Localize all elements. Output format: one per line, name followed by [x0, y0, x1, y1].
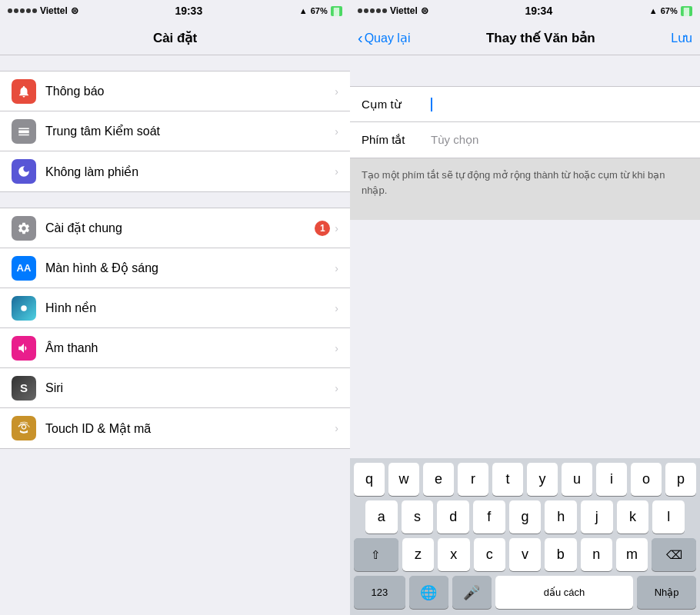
back-chevron-icon: ‹ — [358, 29, 363, 47]
wifi-icon: ⊜ — [71, 5, 78, 16]
left-panel: Viettel ⊜ 19:33 ▲ 67% ▓ Cài đặt Thông bá… — [0, 0, 350, 615]
key-v[interactable]: v — [509, 538, 541, 571]
right-panel: Viettel ⊜ 19:34 ▲ 67% ▓ ‹ Quay lại Thay … — [350, 0, 700, 615]
key-r[interactable]: r — [458, 463, 488, 496]
manhinh-icon: AA — [12, 256, 36, 281]
thongbao-icon — [12, 79, 36, 104]
key-delete[interactable]: ⌫ — [652, 538, 696, 571]
key-h[interactable]: h — [545, 500, 577, 534]
key-j[interactable]: j — [581, 500, 613, 534]
settings-group-1: Thông báo › Trung tâm Kiểm soát › Không … — [0, 71, 350, 192]
key-b[interactable]: b — [545, 538, 576, 571]
left-status-bar: Viettel ⊜ 19:33 ▲ 67% ▓ — [0, 0, 350, 22]
phim-tat-value: Tùy chọn — [431, 133, 478, 147]
khongphien-icon — [12, 159, 36, 184]
left-nav-title: Cài đặt — [153, 30, 197, 46]
right-battery: 67% — [661, 6, 678, 15]
left-time: 19:33 — [175, 5, 202, 17]
caidatchung-badge: 1 — [315, 221, 330, 236]
back-label: Quay lại — [365, 31, 411, 45]
manhinh-label: Màn hình & Độ sáng — [45, 261, 335, 275]
key-globe[interactable]: 🌐 — [409, 576, 448, 609]
key-z[interactable]: z — [402, 538, 434, 571]
left-nav-bar: Cài đặt — [0, 22, 350, 55]
key-t[interactable]: t — [492, 463, 523, 496]
carrier-name: Viettel — [40, 5, 68, 16]
key-enter[interactable]: Nhập — [637, 576, 696, 609]
right-nav-title: Thay thế Văn bản — [486, 30, 595, 46]
key-mic[interactable]: 🎤 — [452, 576, 492, 609]
right-battery-icon: ▓ — [681, 6, 692, 16]
settings-item-touchid[interactable]: Touch ID & Mật mã › — [0, 408, 350, 448]
key-n[interactable]: n — [581, 538, 612, 571]
right-status-left: Viettel ⊜ — [358, 5, 428, 16]
key-q[interactable]: q — [354, 463, 385, 496]
key-c[interactable]: c — [474, 538, 505, 571]
left-battery: 67% — [311, 6, 328, 15]
key-y[interactable]: y — [527, 463, 558, 496]
amthanh-chevron: › — [335, 342, 338, 354]
khongphien-label: Không làm phiền — [45, 165, 335, 179]
key-g[interactable]: g — [509, 500, 542, 534]
phim-tat-label: Phím tắt — [362, 133, 431, 147]
touchid-chevron: › — [335, 422, 338, 434]
settings-item-caidatchung[interactable]: Cài đặt chung 1 › — [0, 208, 350, 248]
key-w[interactable]: w — [388, 463, 419, 496]
cum-tu-label: Cụm từ — [362, 98, 431, 111]
keyboard-row-1: q w e r t y u i o p — [350, 458, 700, 496]
key-m[interactable]: m — [616, 538, 648, 571]
trungtam-label: Trung tâm Kiểm soát — [45, 124, 335, 138]
right-status-right: ▲ 67% ▓ — [649, 6, 692, 16]
key-p[interactable]: p — [665, 463, 696, 496]
trungtam-chevron: › — [335, 125, 338, 138]
settings-item-siri[interactable]: S Siri › — [0, 368, 350, 408]
back-button[interactable]: ‹ Quay lại — [358, 29, 410, 47]
form-section: Cụm từ Phím tắt Tùy chọn — [350, 86, 700, 158]
key-e[interactable]: e — [423, 463, 454, 496]
save-button[interactable]: Lưu — [671, 31, 692, 45]
left-status-right: ▲ 67% ▓ — [299, 6, 342, 16]
right-time: 19:34 — [525, 5, 552, 17]
key-o[interactable]: o — [631, 463, 662, 496]
key-x[interactable]: x — [438, 538, 469, 571]
siri-chevron: › — [335, 382, 338, 394]
amthanh-label: Âm thanh — [45, 341, 335, 355]
touchid-label: Touch ID & Mật mã — [45, 421, 335, 436]
keyboard-bottom-row: 123 🌐 🎤 dấu cách Nhập — [350, 571, 700, 615]
settings-item-hinhnen[interactable]: Hình nền › — [0, 288, 350, 328]
key-u[interactable]: u — [562, 463, 592, 496]
key-shift[interactable]: ⇧ — [354, 538, 398, 571]
location-icon: ▲ — [299, 6, 308, 15]
key-a[interactable]: a — [365, 500, 398, 534]
caidatchung-label: Cài đặt chung — [45, 221, 315, 235]
cursor-indicator — [431, 97, 432, 111]
key-i[interactable]: i — [596, 463, 627, 496]
key-l[interactable]: l — [652, 500, 685, 534]
touchid-icon — [12, 416, 36, 440]
settings-item-amthanh[interactable]: Âm thanh › — [0, 328, 350, 368]
settings-item-trungtam[interactable]: Trung tâm Kiểm soát › — [0, 111, 350, 151]
manhinh-chevron: › — [335, 262, 338, 274]
hint-text: Tạo một phím tắt sẽ tự động mở rộng thàn… — [362, 169, 665, 196]
key-f[interactable]: f — [473, 500, 505, 534]
settings-item-thongbao[interactable]: Thông báo › — [0, 71, 350, 111]
thongbao-label: Thông báo — [45, 85, 335, 98]
key-k[interactable]: k — [617, 500, 649, 534]
settings-group-2: Cài đặt chung 1 › AA Màn hình & Độ sáng … — [0, 208, 350, 449]
svg-point-0 — [21, 305, 27, 311]
right-signal — [358, 8, 387, 13]
hinhnen-icon — [12, 296, 36, 321]
key-num[interactable]: 123 — [354, 576, 405, 609]
battery-icon: ▓ — [331, 6, 342, 16]
settings-item-khongphien[interactable]: Không làm phiền › — [0, 151, 350, 191]
key-space[interactable]: dấu cách — [495, 576, 633, 609]
group-separator-1 — [0, 55, 350, 71]
amthanh-icon — [12, 336, 36, 361]
key-d[interactable]: d — [437, 500, 469, 534]
cum-tu-row: Cụm từ — [350, 87, 700, 122]
key-s[interactable]: s — [402, 500, 434, 534]
settings-item-manhinh[interactable]: AA Màn hình & Độ sáng › — [0, 248, 350, 288]
hinhnen-label: Hình nền — [45, 301, 335, 315]
keyboard-row-3: ⇧ z x c v b n m ⌫ — [350, 534, 700, 571]
trungtam-icon — [12, 119, 36, 144]
